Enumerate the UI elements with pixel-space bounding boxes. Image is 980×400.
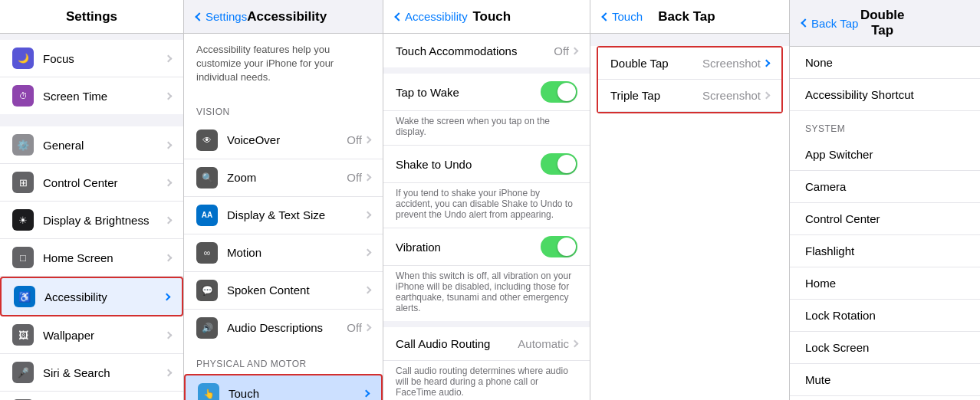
tap-to-wake-item[interactable]: Tap to Wake: [383, 74, 590, 111]
settings-item-general[interactable]: ⚙️ General: [0, 126, 183, 164]
col1-header: Settings: [0, 0, 183, 34]
siri-chevron: [165, 369, 173, 376]
col4-back-chevron: [601, 12, 610, 21]
vibration-item[interactable]: Vibration: [383, 228, 590, 266]
triple-tap-item[interactable]: Triple Tap Screenshot: [598, 80, 781, 112]
none-item[interactable]: None: [790, 47, 980, 79]
home-col5-label: Home: [805, 277, 965, 290]
col3-back-button[interactable]: Accessibility: [396, 10, 468, 23]
touch-accommodations-item[interactable]: Touch Accommodations Off: [383, 34, 590, 67]
lock-screen-label: Lock Screen: [805, 341, 965, 354]
general-label: General: [43, 139, 166, 152]
double-tap-label: Double Tap: [610, 57, 702, 70]
vibration-desc: When this switch is off, all vibration o…: [383, 266, 590, 321]
accessibility-shortcut-label: Accessibility Shortcut: [805, 88, 965, 101]
double-tap-item[interactable]: Double Tap Screenshot: [598, 48, 781, 80]
mute-label: Mute: [805, 373, 965, 386]
motion-item[interactable]: ∞ Motion: [184, 234, 383, 272]
zoom-item[interactable]: 🔍 Zoom Off: [184, 159, 383, 197]
app-switcher-item[interactable]: App Switcher: [790, 139, 980, 171]
shake-to-undo-toggle[interactable]: [541, 153, 577, 175]
touch-icon: 👆: [198, 383, 219, 400]
col5-back-button[interactable]: Back Tap: [802, 17, 858, 30]
control-center-chevron: [165, 179, 173, 186]
touch-list: Touch Accommodations Off Tap to Wake Wak…: [383, 34, 590, 400]
col3-back-label: Accessibility: [405, 10, 468, 23]
control-center-item[interactable]: Control Center: [790, 203, 980, 235]
motion-chevron: [364, 249, 372, 257]
touch-chevron: [363, 390, 370, 398]
double-tap-value: Screenshot: [702, 57, 761, 70]
settings-item-accessibility[interactable]: ♿ Accessibility: [0, 277, 183, 316]
display-text-item[interactable]: AA Display & Text Size: [184, 197, 383, 234]
touch-acc-label: Touch Accommodations: [396, 44, 554, 57]
accessibility-shortcut-item[interactable]: Accessibility Shortcut: [790, 79, 980, 111]
camera-item[interactable]: Camera: [790, 171, 980, 203]
vibration-toggle[interactable]: [541, 236, 577, 257]
call-audio-value: Automatic: [518, 337, 569, 350]
settings-list: 🌙 Focus ⏱ Screen Time ⚙️ General ⊞ Contr…: [0, 34, 183, 400]
voiceover-chevron: [364, 136, 372, 144]
spoken-content-item[interactable]: 💬 Spoken Content: [184, 272, 383, 310]
screen-time-chevron: [165, 92, 173, 100]
triple-tap-value: Screenshot: [702, 89, 761, 102]
triple-tap-label: Triple Tap: [610, 89, 702, 102]
settings-item-screen-time[interactable]: ⏱ Screen Time: [0, 77, 183, 114]
flashlight-item[interactable]: Flashlight: [790, 235, 980, 267]
display-label: Display & Brightness: [43, 214, 166, 227]
lock-rotation-item[interactable]: Lock Rotation: [790, 300, 980, 332]
touch-label: Touch: [229, 387, 363, 400]
settings-item-home-screen[interactable]: □ Home Screen: [0, 239, 183, 277]
settings-item-face-id[interactable]: 👤 Face ID & Passcode: [0, 392, 183, 400]
accessibility-list: Accessibility features help you customiz…: [184, 34, 383, 400]
spoken-content-icon: 💬: [196, 280, 218, 301]
mute-item[interactable]: Mute: [790, 364, 980, 396]
general-icon: ⚙️: [12, 134, 34, 156]
home-item[interactable]: Home: [790, 267, 980, 300]
lock-screen-item[interactable]: Lock Screen: [790, 332, 980, 364]
col4-title: Back Tap: [643, 9, 731, 25]
focus-label: Focus: [43, 52, 166, 65]
back-tap-list: Double Tap Screenshot Triple Tap Screens…: [590, 34, 789, 400]
settings-item-wallpaper[interactable]: 🖼 Wallpaper: [0, 316, 183, 354]
col4-header: Touch Back Tap: [590, 0, 789, 34]
app-switcher-label: App Switcher: [805, 148, 965, 161]
zoom-label: Zoom: [227, 171, 347, 184]
settings-item-control-center[interactable]: ⊞ Control Center: [0, 164, 183, 202]
settings-item-siri[interactable]: 🎤 Siri & Search: [0, 354, 183, 392]
col1-title: Settings: [12, 9, 171, 25]
audio-desc-label: Audio Descriptions: [227, 321, 347, 334]
motion-label: Motion: [227, 246, 365, 259]
wallpaper-label: Wallpaper: [43, 329, 166, 342]
display-text-chevron: [364, 211, 372, 219]
double-tap-column: Back Tap Double Tap None Accessibility S…: [790, 0, 980, 400]
triple-tap-chevron: [763, 92, 771, 100]
audio-descriptions-item[interactable]: 🔊 Audio Descriptions Off: [184, 310, 383, 346]
zoom-chevron: [364, 174, 372, 182]
col4-back-button[interactable]: Touch: [603, 10, 643, 23]
col5-back-label: Back Tap: [811, 17, 858, 30]
system-section-label: SYSTEM: [790, 111, 980, 139]
call-audio-item[interactable]: Call Audio Routing Automatic: [383, 327, 590, 361]
screen-time-label: Screen Time: [43, 90, 166, 103]
notification-center-item[interactable]: Notification Center: [790, 396, 980, 400]
accessibility-label: Accessibility: [44, 290, 164, 303]
voiceover-item[interactable]: 👁 VoiceOver Off: [184, 122, 383, 159]
display-icon: ☀: [12, 209, 34, 231]
settings-item-focus[interactable]: 🌙 Focus: [0, 40, 183, 77]
voiceover-value: Off: [347, 133, 362, 146]
col2-back-button[interactable]: Settings: [196, 10, 247, 23]
audio-desc-chevron: [364, 324, 372, 332]
tap-to-wake-toggle[interactable]: [541, 81, 577, 103]
call-audio-label: Call Audio Routing: [396, 337, 518, 350]
settings-column: Settings 🌙 Focus ⏱ Screen Time ⚙️ Genera…: [0, 0, 184, 400]
touch-item[interactable]: 👆 Touch: [184, 374, 383, 400]
settings-item-display[interactable]: ☀ Display & Brightness: [0, 202, 183, 239]
shake-to-undo-item[interactable]: Shake to Undo: [383, 145, 590, 183]
double-tap-list: None Accessibility Shortcut SYSTEM App S…: [790, 47, 980, 400]
control-center-icon: ⊞: [12, 172, 34, 193]
vibration-label: Vibration: [396, 241, 541, 254]
spoken-content-label: Spoken Content: [227, 284, 365, 297]
lock-rotation-label: Lock Rotation: [805, 309, 965, 322]
zoom-icon: 🔍: [196, 167, 218, 189]
